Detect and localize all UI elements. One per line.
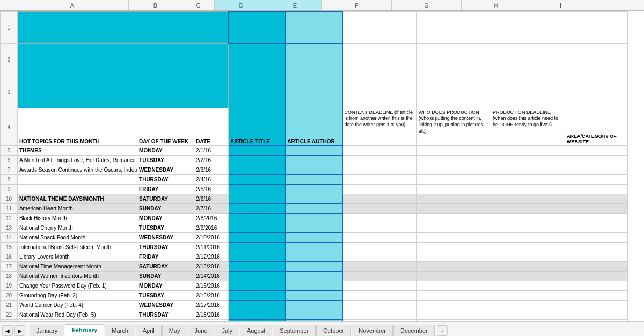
cell-G15[interactable] bbox=[416, 242, 491, 252]
cell-F8[interactable] bbox=[342, 174, 416, 184]
cell-D17[interactable] bbox=[229, 261, 286, 271]
cell-H5[interactable] bbox=[491, 145, 565, 155]
cell-F12[interactable] bbox=[342, 213, 416, 223]
cell-F14[interactable] bbox=[342, 232, 416, 242]
cell-H10[interactable] bbox=[491, 194, 565, 203]
cell-H3[interactable] bbox=[491, 76, 565, 108]
cell-D9[interactable] bbox=[229, 184, 286, 194]
cell-H13[interactable] bbox=[491, 223, 565, 232]
cell-I18[interactable] bbox=[565, 271, 628, 281]
cell-E7[interactable] bbox=[286, 165, 342, 174]
cell-H12[interactable] bbox=[491, 213, 565, 223]
cell-D12[interactable] bbox=[229, 213, 286, 223]
cell-I19[interactable] bbox=[565, 281, 628, 290]
cell-G21[interactable] bbox=[416, 300, 491, 310]
cell-I14[interactable] bbox=[565, 232, 628, 242]
cell-D1[interactable] bbox=[229, 11, 286, 43]
cell-A2[interactable] bbox=[17, 43, 137, 76]
cell-F2[interactable] bbox=[342, 43, 416, 76]
cell-G9[interactable] bbox=[416, 184, 491, 194]
cell-A3[interactable] bbox=[17, 76, 137, 108]
cell-D19[interactable] bbox=[229, 281, 286, 290]
cell-F22[interactable] bbox=[342, 310, 416, 319]
cell-G1[interactable] bbox=[416, 11, 491, 43]
cell-F16[interactable] bbox=[342, 252, 416, 261]
cell-H18[interactable] bbox=[491, 271, 565, 281]
cell-D15[interactable] bbox=[229, 242, 286, 252]
cell-D5[interactable] bbox=[229, 145, 286, 155]
cell-G18[interactable] bbox=[416, 271, 491, 281]
cell-I9[interactable] bbox=[565, 184, 628, 194]
tab-april[interactable]: April bbox=[136, 325, 162, 336]
cell-E11[interactable] bbox=[286, 203, 342, 213]
cell-B3[interactable] bbox=[137, 76, 194, 108]
cell-H1[interactable] bbox=[491, 11, 565, 43]
cell-F10[interactable] bbox=[342, 194, 416, 203]
cell-F5[interactable] bbox=[342, 145, 416, 155]
cell-C1[interactable] bbox=[194, 11, 229, 43]
cell-G2[interactable] bbox=[416, 43, 491, 76]
cell-D16[interactable] bbox=[229, 252, 286, 261]
cell-E19[interactable] bbox=[286, 281, 342, 290]
cell-I11[interactable] bbox=[565, 203, 628, 213]
cell-E13[interactable] bbox=[286, 223, 342, 232]
tab-december[interactable]: December bbox=[393, 325, 435, 336]
tab-february[interactable]: February bbox=[65, 324, 104, 336]
cell-G12[interactable] bbox=[416, 213, 491, 223]
add-sheet-button[interactable]: + bbox=[437, 325, 448, 336]
cell-I6[interactable] bbox=[565, 155, 628, 165]
cell-D22[interactable] bbox=[229, 310, 286, 319]
tab-october[interactable]: October bbox=[316, 325, 351, 336]
cell-E6[interactable] bbox=[286, 155, 342, 165]
tab-november[interactable]: November bbox=[352, 325, 393, 336]
cell-F3[interactable] bbox=[342, 76, 416, 108]
cell-G19[interactable] bbox=[416, 281, 491, 290]
tab-january[interactable]: January bbox=[30, 325, 64, 336]
cell-D21[interactable] bbox=[229, 300, 286, 310]
cell-H8[interactable] bbox=[491, 174, 565, 184]
cell-G3[interactable] bbox=[416, 76, 491, 108]
cell-G11[interactable] bbox=[416, 203, 491, 213]
cell-F13[interactable] bbox=[342, 223, 416, 232]
cell-E10[interactable] bbox=[286, 194, 342, 203]
cell-H20[interactable] bbox=[491, 290, 565, 300]
cell-E8[interactable] bbox=[286, 174, 342, 184]
cell-I15[interactable] bbox=[565, 242, 628, 252]
cell-I20[interactable] bbox=[565, 290, 628, 300]
cell-I7[interactable] bbox=[565, 165, 628, 174]
cell-E22[interactable] bbox=[286, 310, 342, 319]
cell-H19[interactable] bbox=[491, 281, 565, 290]
cell-E15[interactable] bbox=[286, 242, 342, 252]
cell-G22[interactable] bbox=[416, 310, 491, 319]
cell-D20[interactable] bbox=[229, 290, 286, 300]
cell-F19[interactable] bbox=[342, 281, 416, 290]
cell-H2[interactable] bbox=[491, 43, 565, 76]
tab-prev-button[interactable]: ◀ bbox=[2, 325, 13, 336]
cell-D10[interactable] bbox=[229, 194, 286, 203]
cell-G13[interactable] bbox=[416, 223, 491, 232]
cell-H15[interactable] bbox=[491, 242, 565, 252]
cell-E20[interactable] bbox=[286, 290, 342, 300]
cell-A1[interactable] bbox=[17, 11, 137, 43]
tab-july[interactable]: July bbox=[215, 325, 239, 336]
cell-H9[interactable] bbox=[491, 184, 565, 194]
cell-F11[interactable] bbox=[342, 203, 416, 213]
cell-G8[interactable] bbox=[416, 174, 491, 184]
cell-G6[interactable] bbox=[416, 155, 491, 165]
cell-H21[interactable] bbox=[491, 300, 565, 310]
cell-E1[interactable] bbox=[286, 11, 342, 43]
cell-E17[interactable] bbox=[286, 261, 342, 271]
cell-D18[interactable] bbox=[229, 271, 286, 281]
cell-F15[interactable] bbox=[342, 242, 416, 252]
tab-may[interactable]: May bbox=[162, 325, 187, 336]
cell-E14[interactable] bbox=[286, 232, 342, 242]
cell-D3[interactable] bbox=[229, 76, 286, 108]
cell-E18[interactable] bbox=[286, 271, 342, 281]
cell-B2[interactable] bbox=[137, 43, 194, 76]
cell-I3[interactable] bbox=[565, 76, 628, 108]
cell-D8[interactable] bbox=[229, 174, 286, 184]
cell-H14[interactable] bbox=[491, 232, 565, 242]
cell-G7[interactable] bbox=[416, 165, 491, 174]
tab-june[interactable]: June bbox=[188, 325, 215, 336]
cell-F21[interactable] bbox=[342, 300, 416, 310]
